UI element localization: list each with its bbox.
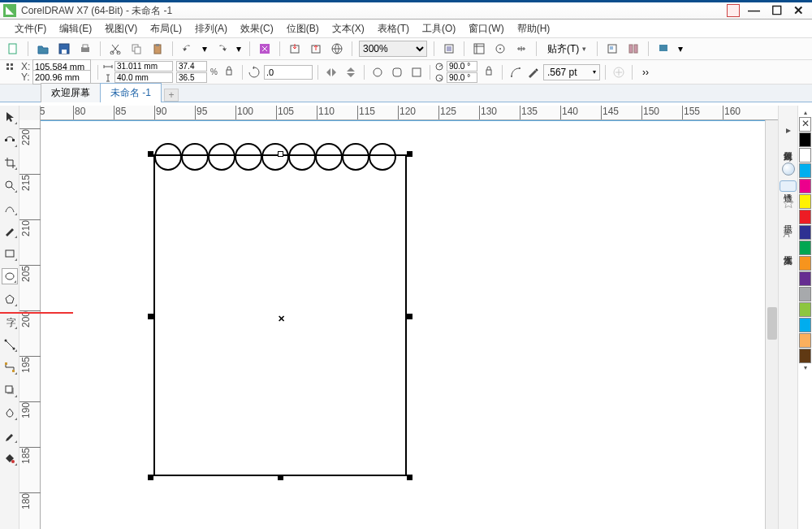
- scallop-corner-button[interactable]: [389, 64, 405, 80]
- angle1-input[interactable]: [447, 61, 477, 72]
- ruler-vertical[interactable]: 220215210205200195190185180: [19, 120, 41, 529]
- freehand-tool[interactable]: [2, 200, 18, 216]
- palette-scroll-down[interactable]: ▾: [798, 364, 812, 372]
- height-input[interactable]: [114, 72, 173, 83]
- tab-add-button[interactable]: +: [164, 89, 179, 102]
- dimension-tool[interactable]: [2, 336, 18, 353]
- snap-to-dropdown[interactable]: 贴齐(T): [543, 41, 590, 57]
- swatch[interactable]: [799, 194, 811, 209]
- eyedropper-tool[interactable]: [2, 427, 18, 444]
- menu-help[interactable]: 帮助(H): [517, 22, 551, 36]
- round-corner-button[interactable]: [369, 64, 386, 80]
- menu-bitmap[interactable]: 位图(B): [287, 22, 319, 36]
- angle-lock-button[interactable]: [481, 64, 497, 80]
- paste-button[interactable]: [149, 41, 166, 57]
- menu-file[interactable]: 文件(F): [15, 22, 46, 36]
- selection-handle[interactable]: [148, 151, 153, 157]
- pick-tool[interactable]: [2, 109, 18, 125]
- menu-arrange[interactable]: 排列(A): [195, 22, 227, 36]
- swatch-nofill[interactable]: [799, 117, 811, 132]
- polygon-tool[interactable]: [2, 291, 18, 307]
- lock-ratio-button[interactable]: [221, 64, 237, 80]
- property-overflow[interactable]: ››: [637, 64, 654, 80]
- selection-handle[interactable]: [407, 151, 412, 157]
- selected-group[interactable]: ✕: [150, 141, 410, 478]
- maximize-button[interactable]: ☐: [771, 3, 782, 18]
- open-button[interactable]: [35, 41, 51, 57]
- show-grid-button[interactable]: [492, 41, 508, 57]
- transparency-tool[interactable]: [2, 405, 18, 421]
- swatch[interactable]: [799, 132, 811, 147]
- circles-row[interactable]: [155, 143, 396, 171]
- user-icon[interactable]: [727, 4, 740, 17]
- swatch[interactable]: [799, 179, 811, 193]
- menu-view[interactable]: 视图(V): [105, 22, 137, 36]
- scrollbar-thumb[interactable]: [767, 307, 777, 340]
- chamfer-corner-button[interactable]: [408, 64, 425, 80]
- menu-tools[interactable]: 工具(O): [422, 22, 456, 36]
- tab-document[interactable]: 未命名 -1: [100, 83, 162, 102]
- swatch[interactable]: [799, 148, 811, 163]
- new-button[interactable]: [5, 41, 21, 57]
- menu-window[interactable]: 窗口(W): [469, 22, 503, 36]
- drop-shadow-tool[interactable]: [2, 382, 18, 398]
- text-tool[interactable]: 字: [2, 314, 18, 330]
- fullscreen-button[interactable]: [441, 41, 457, 57]
- docker-hints[interactable]: 提示: [780, 213, 796, 223]
- docker-lens[interactable]: 透镜: [780, 180, 797, 192]
- rectangle-tool[interactable]: [2, 245, 18, 262]
- save-button[interactable]: [56, 41, 72, 57]
- swatch[interactable]: [799, 271, 811, 286]
- to-curves-button[interactable]: [508, 64, 524, 80]
- show-rulers-button[interactable]: [471, 41, 487, 57]
- swatch[interactable]: [799, 333, 811, 348]
- print-button[interactable]: [77, 41, 93, 57]
- copy-button[interactable]: [128, 41, 145, 57]
- menu-text[interactable]: 文本(X): [332, 22, 365, 36]
- undo-dropdown[interactable]: ▾: [201, 41, 209, 57]
- selection-handle[interactable]: [148, 314, 153, 319]
- scale-x-input[interactable]: [176, 61, 207, 72]
- options-button[interactable]: [604, 41, 620, 57]
- outline-width-select[interactable]: .567 pt▾: [543, 64, 600, 80]
- menu-layout[interactable]: 布局(L): [150, 22, 182, 36]
- minimize-button[interactable]: —: [748, 3, 760, 18]
- zoom-select[interactable]: 300%: [359, 41, 427, 57]
- export-button[interactable]: [308, 41, 324, 57]
- launch-button[interactable]: [625, 41, 641, 57]
- tab-welcome[interactable]: 欢迎屏幕: [41, 83, 101, 102]
- swatch[interactable]: [799, 210, 811, 224]
- docker-text-properties[interactable]: 文本属性: [780, 244, 796, 254]
- redo-button[interactable]: [214, 41, 230, 57]
- swatch[interactable]: [799, 241, 811, 255]
- mirror-h-button[interactable]: [323, 64, 339, 80]
- selection-handle[interactable]: [407, 314, 412, 319]
- zoom-tool[interactable]: [2, 177, 18, 193]
- swatch[interactable]: [799, 256, 811, 271]
- interactive-fill-tool[interactable]: [2, 450, 18, 466]
- swatch[interactable]: [799, 163, 811, 178]
- menu-effects[interactable]: 效果(C): [240, 22, 274, 36]
- artistic-media-tool[interactable]: [2, 223, 18, 239]
- scale-y-input[interactable]: [176, 72, 207, 83]
- ellipse-tool[interactable]: [2, 268, 18, 284]
- palette-scroll-up[interactable]: ▴: [798, 109, 812, 117]
- selection-handle[interactable]: [407, 475, 412, 480]
- mirror-v-button[interactable]: [343, 64, 359, 80]
- undo-button[interactable]: [179, 41, 196, 57]
- drawing-canvas[interactable]: ✕: [41, 120, 765, 529]
- cut-button[interactable]: [107, 41, 123, 57]
- docker-expand-icon[interactable]: [784, 127, 793, 135]
- import-button[interactable]: [287, 41, 303, 57]
- swatch[interactable]: [799, 225, 811, 240]
- ruler-horizontal[interactable]: 7580859095100105110115120125130135140145…: [41, 106, 778, 120]
- publish-button[interactable]: [329, 41, 345, 57]
- crop-tool[interactable]: [2, 154, 18, 171]
- menu-edit[interactable]: 编辑(E): [59, 22, 92, 36]
- app-launcher-button[interactable]: [655, 41, 672, 57]
- rotation-input[interactable]: [264, 65, 313, 80]
- selection-handle[interactable]: [278, 151, 283, 157]
- selection-handle[interactable]: [148, 475, 153, 480]
- menu-table[interactable]: 表格(T): [378, 22, 409, 36]
- search-button[interactable]: [257, 41, 273, 57]
